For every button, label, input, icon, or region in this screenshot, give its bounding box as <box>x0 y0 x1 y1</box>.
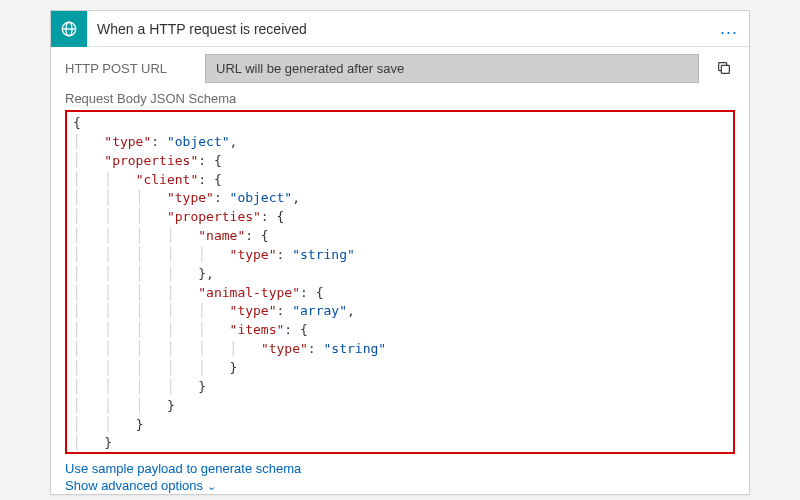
schema-editor[interactable]: { │ "type": "object", │ "properties": { … <box>65 110 735 454</box>
svg-rect-3 <box>721 65 729 73</box>
card-header: When a HTTP request is received ... <box>51 11 749 47</box>
url-value: URL will be generated after save <box>205 54 699 83</box>
more-button[interactable]: ... <box>709 18 749 39</box>
copy-url-button[interactable] <box>709 53 739 83</box>
url-label: HTTP POST URL <box>65 61 195 76</box>
http-trigger-icon <box>51 11 87 47</box>
copy-icon <box>716 60 732 76</box>
sample-payload-link[interactable]: Use sample payload to generate schema <box>51 460 749 477</box>
card-title: When a HTTP request is received <box>87 21 709 37</box>
chevron-down-icon: ⌄ <box>207 480 216 492</box>
trigger-card: When a HTTP request is received ... HTTP… <box>50 10 750 495</box>
schema-label: Request Body JSON Schema <box>51 89 749 110</box>
show-advanced-label: Show advanced options <box>65 478 203 493</box>
show-advanced-link[interactable]: Show advanced options⌄ <box>51 477 749 494</box>
url-row: HTTP POST URL URL will be generated afte… <box>51 47 749 89</box>
